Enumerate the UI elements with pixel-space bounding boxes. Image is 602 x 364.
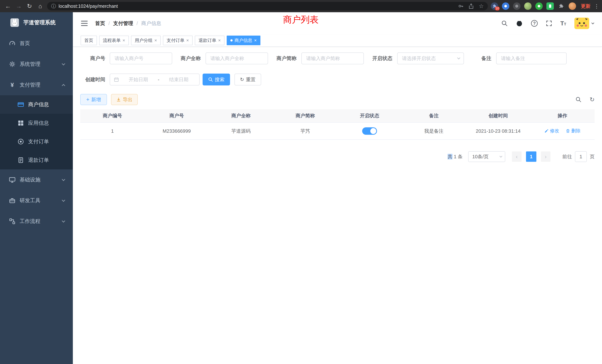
status-toggle[interactable] xyxy=(362,127,377,135)
logo-rabbit-icon xyxy=(10,18,19,27)
pagination: 共 1 条 10条/页 ‹ 1 › 前往 页 xyxy=(80,151,595,162)
tab-refund-orders[interactable]: 退款订单× xyxy=(195,36,225,45)
github-icon[interactable] xyxy=(516,20,523,27)
extension-badge: 10 xyxy=(495,7,500,11)
sidebar-item-dev-tools[interactable]: 研发工具 xyxy=(0,190,73,211)
date-end[interactable]: 结束日期 xyxy=(162,76,195,83)
content: 商户号 商户全称 商户简称 开启状态 请选择开启状态 xyxy=(73,47,602,162)
pencil-icon xyxy=(544,129,549,133)
page-number-button[interactable]: 1 xyxy=(526,151,536,162)
filter-remark: 备注 xyxy=(481,53,567,64)
tab-merchant-info[interactable]: 商户信息× xyxy=(227,36,260,45)
page-size-select[interactable]: 10条/页 xyxy=(468,151,505,162)
sidebar-toggle-icon[interactable] xyxy=(81,21,88,26)
profile-avatar-icon[interactable] xyxy=(569,2,576,10)
breadcrumb-home[interactable]: 首页 xyxy=(95,20,105,27)
dashboard-icon xyxy=(9,40,16,47)
sidebar-item-workflow[interactable]: 工作流程 xyxy=(0,211,73,232)
col-merchant-id: 商户编号 xyxy=(80,109,145,122)
active-dot xyxy=(230,39,233,42)
tab-pay-orders[interactable]: 支付订单× xyxy=(163,36,193,45)
remark-input[interactable] xyxy=(496,53,567,64)
sidebar-item-system[interactable]: 系统管理 xyxy=(0,54,73,75)
reload-icon[interactable]: ↻ xyxy=(24,0,35,12)
font-size-icon[interactable]: TT xyxy=(560,20,566,27)
search-icon[interactable] xyxy=(501,20,508,26)
search-button[interactable]: 搜索 xyxy=(203,74,230,86)
sidebar-item-infrastructure[interactable]: 基础设施 xyxy=(0,169,73,190)
help-icon[interactable]: ? xyxy=(531,20,538,27)
status-select[interactable]: 请选择开启状态 xyxy=(397,53,464,64)
tab-home[interactable]: 首页 xyxy=(81,36,97,45)
close-icon[interactable]: × xyxy=(122,38,125,43)
pagination-total: 共 1 条 xyxy=(448,153,463,160)
date-start[interactable]: 开始日期 xyxy=(122,76,155,83)
filter-label: 开启状态 xyxy=(372,55,392,62)
chrome-update-button[interactable]: 更新 xyxy=(581,3,591,10)
goto-page-input[interactable] xyxy=(575,151,587,162)
extension-green-square-icon[interactable] xyxy=(546,2,554,10)
forward-icon[interactable]: → xyxy=(13,0,24,12)
reset-button[interactable]: ↻ 重置 xyxy=(235,74,261,86)
extension-puzzle-badge-icon[interactable]: 10 xyxy=(491,2,498,10)
sidebar-item-label: 工作流程 xyxy=(20,218,40,225)
url-bar[interactable]: ⓘ localhost:1024/pay/merchant ☆ xyxy=(47,2,488,10)
extension-dark-icon[interactable] xyxy=(513,2,520,10)
filter-label: 备注 xyxy=(481,55,491,62)
col-create-time: 创建时间 xyxy=(466,109,530,122)
prev-page-button[interactable]: ‹ xyxy=(512,151,522,162)
share-icon[interactable] xyxy=(468,3,474,9)
sidebar-item-merchant-info[interactable]: 商户信息 xyxy=(0,95,73,114)
calendar-icon xyxy=(114,77,119,82)
sidebar-item-home[interactable]: 首页 xyxy=(0,33,73,54)
yen-icon: ¥ xyxy=(9,82,16,88)
sidebar-item-app-info[interactable]: 应用信息 xyxy=(0,114,73,132)
site-info-icon[interactable]: ⓘ xyxy=(51,3,56,10)
toggle-search-icon[interactable] xyxy=(576,96,581,103)
close-icon[interactable]: × xyxy=(154,38,157,43)
extension-green-circle-icon[interactable] xyxy=(535,2,543,10)
col-short-name: 商户简称 xyxy=(273,109,337,122)
payment-submenu: 商户信息 应用信息 支付订单 退款订单 xyxy=(0,95,73,169)
sidebar-item-refund-orders[interactable]: 退款订单 xyxy=(0,151,73,169)
sidebar-item-label: 系统管理 xyxy=(20,61,40,68)
browser-menu-icon[interactable]: ⋮ xyxy=(594,3,599,9)
extensions-menu-puzzle-icon[interactable] xyxy=(558,2,565,10)
col-actions: 操作 xyxy=(530,109,595,122)
extension-avatar-icon[interactable] xyxy=(524,2,532,10)
next-page-button[interactable]: › xyxy=(541,151,550,162)
bookmark-star-icon[interactable]: ☆ xyxy=(479,3,484,9)
short-name-input[interactable] xyxy=(301,53,364,64)
fullscreen-icon[interactable] xyxy=(546,20,552,26)
password-key-icon[interactable] xyxy=(458,3,463,9)
filter-short-name: 商户简称 xyxy=(277,53,364,64)
breadcrumb-payment[interactable]: 支付管理 xyxy=(113,20,133,27)
tab-process-form[interactable]: 流程表单× xyxy=(99,36,129,45)
sidebar-logo[interactable]: 芋道管理系统 xyxy=(0,12,73,33)
edit-link[interactable]: 修改 xyxy=(544,128,559,134)
refresh-table-icon[interactable]: ↻ xyxy=(590,96,595,103)
home-icon[interactable]: ⌂ xyxy=(35,0,46,12)
extension-pin-icon[interactable] xyxy=(502,2,509,10)
date-range-picker[interactable]: 开始日期 - 结束日期 xyxy=(110,74,200,86)
sidebar-item-pay-orders[interactable]: 支付订单 xyxy=(0,132,73,151)
sidebar-item-payment[interactable]: ¥ 支付管理 xyxy=(0,75,73,95)
merchant-no-input[interactable] xyxy=(110,53,172,64)
user-menu[interactable] xyxy=(574,18,594,29)
close-icon[interactable]: × xyxy=(218,38,221,43)
delete-link[interactable]: 删除 xyxy=(566,128,580,134)
page-unit-label: 页 xyxy=(590,153,595,160)
full-name-input[interactable] xyxy=(205,53,268,64)
close-icon[interactable]: × xyxy=(254,38,257,43)
tab-user-group[interactable]: 用户分组× xyxy=(131,36,161,45)
col-remark: 备注 xyxy=(402,109,466,122)
add-button[interactable]: + 新增 xyxy=(80,94,107,105)
export-button[interactable]: 导出 xyxy=(111,94,138,105)
cell-short-name: 芋艿 xyxy=(273,122,337,139)
url-text[interactable]: localhost:1024/pay/merchant xyxy=(59,3,118,9)
close-icon[interactable]: × xyxy=(186,38,189,43)
sidebar-item-label: 应用信息 xyxy=(28,119,49,127)
back-icon[interactable]: ← xyxy=(3,0,13,12)
sidebar-item-label: 支付订单 xyxy=(28,138,49,145)
breadcrumb: 首页 / 支付管理 / 商户信息 xyxy=(95,20,161,27)
